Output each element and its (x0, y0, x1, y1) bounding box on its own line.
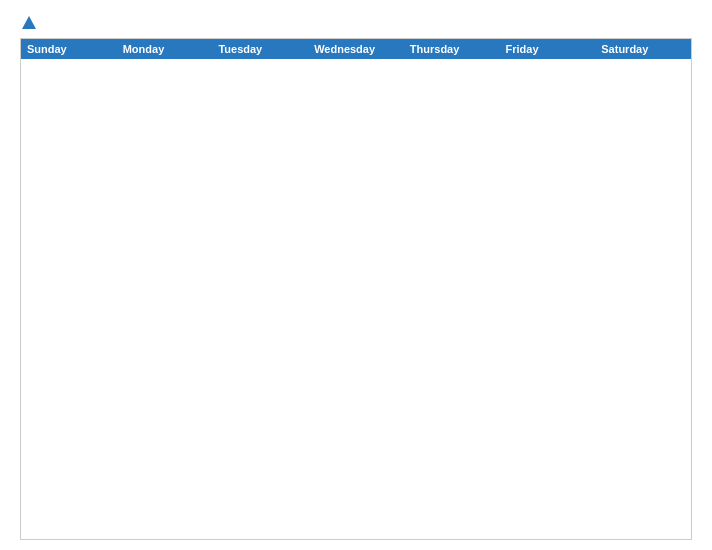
calendar-page: SundayMondayTuesdayWednesdayThursdayFrid… (0, 0, 712, 550)
logo (20, 16, 36, 30)
day-header-saturday: Saturday (595, 39, 691, 59)
day-header-tuesday: Tuesday (212, 39, 308, 59)
day-header-thursday: Thursday (404, 39, 500, 59)
day-header-sunday: Sunday (21, 39, 117, 59)
day-header-monday: Monday (117, 39, 213, 59)
logo-line-top (20, 16, 36, 30)
logo-triangle-icon (22, 16, 36, 29)
day-header-friday: Friday (500, 39, 596, 59)
calendar-grid: SundayMondayTuesdayWednesdayThursdayFrid… (20, 38, 692, 540)
header (20, 16, 692, 30)
weeks-container (21, 59, 691, 539)
day-header-wednesday: Wednesday (308, 39, 404, 59)
days-header: SundayMondayTuesdayWednesdayThursdayFrid… (21, 39, 691, 59)
